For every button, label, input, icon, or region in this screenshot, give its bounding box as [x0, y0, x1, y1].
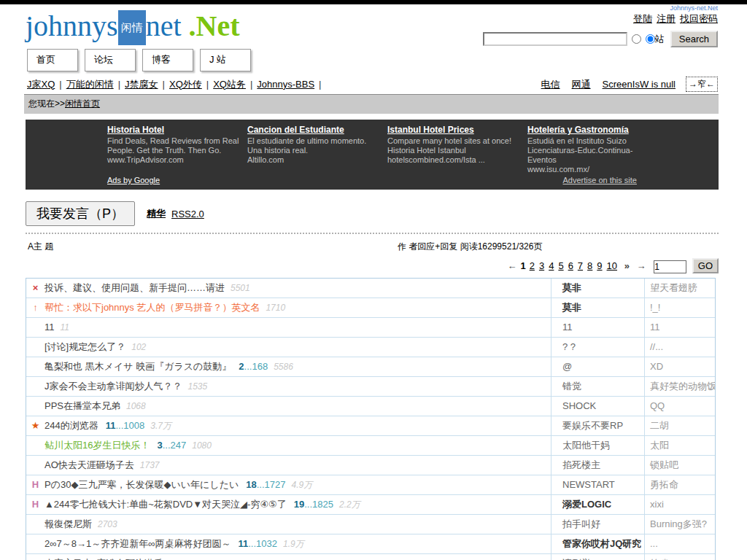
topic-title-link[interactable]: 2∞7～8→1～齐齐迎新年∞两桌麻将好团圆～ [44, 538, 231, 549]
page-link-8[interactable]: 8 [587, 260, 592, 271]
topic-lastreply-cell: 真好笑的动物饭 [644, 377, 715, 396]
topic-lastreply-cell: QQ [644, 397, 715, 416]
topic-title-cell: Pの30◆三九严寒，长发保暖◆いい年にしたい18...17274.9万 [44, 475, 551, 494]
topic-icon-empty [26, 436, 44, 455]
new-post-button[interactable]: 我要发言（P） [26, 201, 135, 226]
topic-author-cell: ? ? [551, 338, 644, 357]
ad-url-text: hotelscombined.com/Ista ... [387, 155, 520, 165]
table-row: 2∞7～8→1～齐齐迎新年∞两桌麻将好团圆～11...10321.9万管家你哎村… [26, 534, 715, 554]
tab-2[interactable]: 博客 [142, 49, 193, 71]
table-row: ×投诉、建议、使用问题、新手提问……请进5501莫非望天看翅膀 [26, 279, 715, 298]
search-input[interactable] [483, 32, 627, 46]
breadcrumb: 您现在>>闲情首页 [24, 94, 719, 114]
logo-badge-xianqing: 闲情 [118, 10, 146, 45]
user-links: 登陆注册找回密码 [629, 12, 718, 26]
jump-pages-arrow[interactable]: » [624, 260, 630, 271]
page-link-5[interactable]: 5 [558, 260, 563, 271]
topic-title-cell: 報復傑尼斯2703 [44, 515, 551, 534]
topic-title-cell: ▲244零七抢钱大计:单曲~花絮DVD▼对天哭泣◢-穷④⑤了19...18252… [44, 495, 551, 514]
topic-icon-empty [26, 338, 44, 357]
topic-title-link[interactable]: 鲇川太阳16岁生日快乐！ [44, 440, 150, 451]
ads-by-google-link[interactable]: Ads by Google [107, 176, 160, 184]
user-link-1[interactable]: 注册 [657, 13, 676, 24]
topic-title-link[interactable]: 244的浏览器 [44, 420, 98, 431]
topic-status-icon: × [26, 279, 44, 298]
topic-status-icon: H [26, 495, 44, 514]
topic-title-link[interactable]: 亀梨和也 黒木メイサ 映画『ガラスの鼓動』 [44, 361, 231, 372]
advertise-link[interactable]: Advertise on this site [563, 176, 638, 184]
tab-3[interactable]: J 站 [200, 49, 251, 71]
topic-title-link[interactable]: J家会不会主动拿诽闻炒人气？？ [44, 381, 182, 392]
ad-title-link[interactable]: Cancion del Estudiante [247, 125, 344, 135]
subnav-right-link-1[interactable]: 网通 [572, 79, 591, 90]
page-link-3[interactable]: 3 [539, 260, 544, 271]
topic-lastreply-cell: //... [644, 338, 715, 357]
topic-title-cell: 帮忙：求以下johnnys 艺人的（罗马拼音？）英文名1710 [44, 298, 551, 317]
subnav-right-link-0[interactable]: 电信 [541, 79, 560, 90]
topic-title-cell: AO快去天涯砸场子去1737 [44, 456, 551, 475]
topic-title-cell: 亀梨和也 黒木メイサ 映画『ガラスの鼓動』2...1685586 [44, 357, 551, 376]
topic-title-link[interactable]: 報復傑尼斯 [44, 518, 92, 529]
page-links: 2345678910 [527, 260, 619, 271]
topic-title-link[interactable]: 投诉、建议、使用问题、新手提问……请进 [44, 282, 225, 293]
subnav-link-5[interactable]: Johnnys-BBS [257, 79, 314, 90]
ad-title-link[interactable]: Istanbul Hotel Prices [387, 125, 474, 135]
topic-title-cell: 大家心目中J家谁有阿斗潜质2...1002364 [44, 554, 551, 560]
subnav-link-1[interactable]: 万能的闲情 [66, 79, 114, 90]
search-button[interactable]: Search [670, 31, 718, 47]
topic-author-cell: 溺爱LOGIC [551, 495, 644, 514]
tab-1[interactable]: 论坛 [85, 49, 136, 71]
tab-0[interactable]: 首页 [27, 49, 78, 71]
subnav-right-link-2[interactable]: ScreenIsW is null [603, 79, 676, 90]
topic-title-link[interactable]: [讨论]规定怎么了？ [44, 341, 125, 352]
page-link-2[interactable]: 2 [530, 260, 535, 271]
page-link-10[interactable]: 10 [607, 260, 617, 271]
subnav-link-0[interactable]: J家XQ [27, 79, 55, 90]
topic-lastreply-cell: 锁贴吧 [644, 456, 715, 475]
reply-count-rest: ...168 [244, 361, 268, 372]
reply-count-bold: 19 [294, 499, 304, 510]
topic-title-link[interactable]: Pの30◆三九严寒，长发保暖◆いい年にしたい [44, 479, 239, 490]
subnav-separator: | [59, 79, 61, 90]
topic-author-cell: 莫非 [551, 279, 644, 298]
topic-title-link[interactable]: AO快去天涯砸场子去 [44, 459, 134, 470]
search-scope-radio-2[interactable] [646, 34, 655, 44]
topic-lastreply-cell: ... [644, 534, 715, 553]
topic-title-link[interactable]: 11 [44, 322, 55, 332]
page-link-4[interactable]: 4 [549, 260, 554, 271]
rss-link[interactable]: RSS2.0 [171, 209, 204, 219]
topic-lastreply-cell: xixi [644, 495, 715, 514]
subnav-link-4[interactable]: XQ站务 [213, 79, 246, 90]
subnav-link-2[interactable]: J禁腐女 [125, 79, 158, 90]
topic-author-cell: 掐死楼主 [551, 456, 644, 475]
dotted-divider [26, 233, 719, 234]
topic-lastreply-cell: 11 [644, 318, 715, 337]
topic-title-link[interactable]: ▲244零七抢钱大计:单曲~花絮DVD▼对天哭泣◢-穷④⑤了 [44, 499, 287, 510]
logo-text-johnnys: johnnys [26, 9, 118, 42]
user-link-2[interactable]: 找回密码 [680, 13, 718, 24]
topic-title-link[interactable]: 帮忙：求以下johnnys 艺人的（罗马拼音？）英文名 [44, 302, 260, 313]
digest-link[interactable]: 精华 [147, 207, 166, 220]
reply-count-bold: 18 [246, 479, 256, 490]
subnav-separator: | [163, 79, 165, 90]
topic-icon-empty [26, 318, 44, 337]
ad-url-text: www.isu.com.mx/ [527, 165, 660, 174]
page-link-6[interactable]: 6 [568, 260, 573, 271]
last-page-arrow[interactable]: → [637, 260, 646, 271]
go-button[interactable]: GO [692, 258, 719, 273]
ad-title-link[interactable]: Historia Hotel [107, 125, 164, 135]
page-link-7[interactable]: 7 [578, 260, 583, 271]
site-logo[interactable]: johnnys闲情net .Net [26, 10, 240, 45]
ad-body-text: El estudiante de ultimo momento. Una his… [247, 136, 380, 155]
user-link-0[interactable]: 登陆 [633, 13, 652, 24]
subnav-link-3[interactable]: XQ外传 [169, 79, 202, 90]
narrow-layout-button[interactable]: →窄← [686, 77, 718, 92]
page-link-9[interactable]: 9 [597, 260, 602, 271]
topic-title-link[interactable]: PPS在播堂本兄弟 [44, 400, 120, 411]
prev-page-arrow[interactable]: ← [507, 260, 516, 271]
search-scope-radio-1[interactable] [632, 34, 641, 44]
page-number-input[interactable] [654, 260, 686, 273]
reply-count-bold: 2 [239, 361, 244, 372]
breadcrumb-home-link[interactable]: 闲情首页 [65, 98, 100, 109]
ad-title-link[interactable]: Hotelería y Gastronomía [527, 125, 629, 135]
